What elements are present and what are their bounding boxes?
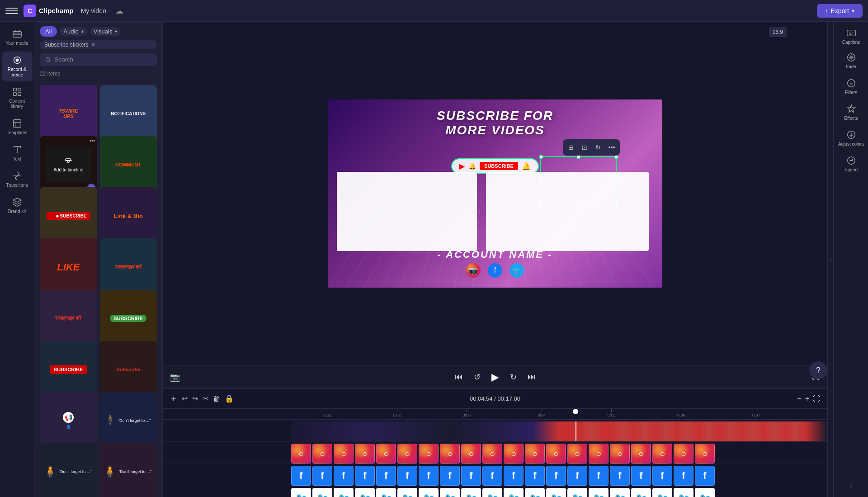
resize-handle-tm[interactable] (577, 155, 580, 159)
sidebar-item-record-create[interactable]: Record &create (2, 52, 33, 81)
track-twitter-icon: 🐦 (355, 488, 375, 497)
subscribe-stickers-badge: Subscribe stickers ✕ (40, 40, 157, 49)
sidebar-item-templates[interactable]: Templates (2, 115, 33, 139)
sticker-item[interactable]: COMMENT (100, 136, 157, 194)
template-icon (12, 118, 22, 128)
resize-handle-tl[interactable] (539, 155, 543, 159)
export-upload-icon: ↑ (825, 7, 828, 14)
audio-chevron-icon: ▾ (81, 29, 84, 34)
facebook-track-bar[interactable]: f f f f f f f f f f f f f (291, 466, 827, 486)
right-panel-collapse[interactable]: › (850, 482, 852, 490)
effects-panel-item[interactable]: Effects (836, 100, 867, 124)
speed-panel-item[interactable]: Speed (836, 152, 867, 176)
filter-visuals[interactable]: Visuals ▾ (90, 27, 121, 36)
speed-label: Speed (844, 167, 858, 172)
loop-button[interactable]: ↻ (592, 141, 604, 154)
sticker-item[interactable]: — ■ SUBSCRIBE (40, 187, 97, 245)
track-twitter-icon: 🐦 (674, 488, 693, 497)
sticker-item[interactable]: 🧍 "Don't forget to ..." (40, 443, 97, 497)
hamburger-menu[interactable] (5, 5, 18, 17)
more-options-button[interactable]: ••• (605, 141, 618, 154)
play-pause-button[interactable]: ▶ (491, 371, 499, 383)
sidebar-item-transitions[interactable]: Transitions (2, 167, 33, 192)
captions-icon (846, 28, 856, 38)
twitter-track-bar[interactable]: 🐦 🐦 🐦 🐦 🐦 🐦 🐦 🐦 🐦 🐦 🐦 🐦 (291, 488, 827, 497)
track-facebook-icon: f (631, 466, 651, 486)
filter-audio[interactable]: Audio ▾ (60, 27, 87, 36)
video-track-bar[interactable] (291, 421, 827, 441)
zoom-out-button[interactable]: − (797, 395, 801, 403)
svg-rect-0 (13, 32, 21, 38)
zoom-in-button[interactable]: + (805, 395, 809, 403)
adjust-colors-panel-item[interactable]: Adjust colors (836, 126, 867, 150)
brand-icon (12, 197, 22, 207)
captions-button[interactable]: Captions (839, 24, 863, 48)
track-content-instagram[interactable]: ○ ○ ○ ○ ○ ○ ○ ○ ○ ○ ○ ○ ○ (291, 442, 827, 464)
sticker-item[interactable]: SUBSCRIBE (40, 341, 97, 398)
cut-button[interactable]: ✂ (203, 394, 208, 403)
track-instagram-icon: ○ (589, 444, 609, 464)
sticker-label: "Don't forget to ..." (57, 469, 94, 474)
redo-button[interactable]: ↪ (192, 394, 198, 403)
sticker-label: "Don't forget to ..." (117, 469, 153, 474)
ruler-mark-01: 0:01 (323, 409, 331, 417)
skip-forward-button[interactable]: ⏭ (528, 372, 536, 382)
help-button[interactable]: ? (809, 361, 827, 379)
track-twitter-icon: 🐦 (291, 488, 311, 497)
subscribe-button[interactable]: SUBSCRIBE (480, 162, 518, 170)
panel-collapse-handle[interactable]: ‹ (827, 22, 834, 497)
aspect-ratio-button[interactable]: 16:9 (769, 27, 787, 37)
track-instagram-icon: ○ (610, 444, 630, 464)
sticker-item[interactable]: सब्सक्राइब करें (100, 238, 157, 296)
sidebar-item-content-library[interactable]: Contentlibrary (2, 83, 33, 113)
track-content-video[interactable] (291, 420, 827, 441)
video-title[interactable]: My video (81, 7, 106, 14)
sticker-item[interactable]: 🧍 "Don't forget to ..." (100, 443, 157, 497)
sticker-item[interactable]: Add to timeline ••• + (40, 136, 97, 194)
sidebar-item-brand-kit[interactable]: Brand kit (2, 194, 33, 218)
search-input[interactable] (55, 56, 151, 63)
resize-handle-tr[interactable] (614, 155, 618, 159)
skip-back-button[interactable]: ⏮ (455, 372, 463, 382)
track-facebook-icon: f (589, 466, 609, 486)
sticker-item[interactable]: LIKE (40, 238, 97, 296)
crop-button[interactable]: ⊞ (565, 141, 577, 154)
add-media-button[interactable] (170, 395, 177, 402)
sidebar-label-templates: Templates (7, 130, 28, 136)
track-twitter-icon: 🐦 (312, 488, 332, 497)
track-content-facebook[interactable]: f f f f f f f f f f f f f (291, 464, 827, 486)
rewind-5s-button[interactable]: ↺ (474, 372, 481, 382)
fade-panel-item[interactable]: Fade (836, 49, 867, 73)
undo-button[interactable]: ↩ (182, 394, 188, 403)
forward-5s-button[interactable]: ↻ (510, 372, 517, 382)
track-twitter-icon: 🐦 (376, 488, 396, 497)
track-facebook-icon: f (482, 466, 502, 486)
camera-button[interactable]: 📷 (170, 372, 180, 382)
timeline-area: ↩ ↪ ✂ 🗑 🔒 00:04.54 / 00:17.00 − + ⛶ (163, 388, 827, 497)
track-facebook-icon: f (355, 466, 375, 486)
sidebar-item-text[interactable]: Text (2, 141, 33, 166)
instagram-track-bar[interactable]: ○ ○ ○ ○ ○ ○ ○ ○ ○ ○ ○ ○ ○ (291, 444, 827, 464)
track-instagram-icon: ○ (652, 444, 672, 464)
track-label-instagram (163, 442, 291, 464)
filters-panel-item[interactable]: Filters (836, 75, 867, 99)
sticker-item[interactable]: Subscribe (100, 341, 157, 398)
badge-close-button[interactable]: ✕ (91, 42, 95, 48)
track-content-twitter[interactable]: 🐦 🐦 🐦 🐦 🐦 🐦 🐦 🐦 🐦 🐦 🐦 🐦 (291, 486, 827, 497)
lock-button[interactable]: 🔒 (225, 394, 234, 403)
playhead-marker[interactable] (573, 409, 578, 414)
filters-label: Filters (845, 90, 857, 95)
sticker-item[interactable]: 📢 👤 (40, 392, 97, 450)
sticker-item[interactable]: NOTIFICATIONS + (100, 85, 157, 142)
sticker-item[interactable]: 🕴 "Don't forget to ..." (100, 392, 157, 450)
sticker-item[interactable]: tSWIREUPS (40, 85, 97, 142)
delete-button[interactable]: 🗑 (213, 395, 220, 403)
export-button[interactable]: ↑ Export ▾ (817, 4, 863, 18)
sidebar-item-your-media[interactable]: Your media (2, 25, 33, 50)
sticker-item[interactable]: सब्सक्राइब करें (40, 290, 97, 347)
sticker-item[interactable]: SUBSCRIBE (100, 290, 157, 347)
preview-button[interactable]: ⊡ (578, 141, 591, 154)
filter-all[interactable]: All (40, 26, 57, 37)
fit-to-screen-button[interactable]: ⛶ (813, 395, 820, 403)
sticker-item[interactable]: Link & Bio (100, 187, 157, 245)
